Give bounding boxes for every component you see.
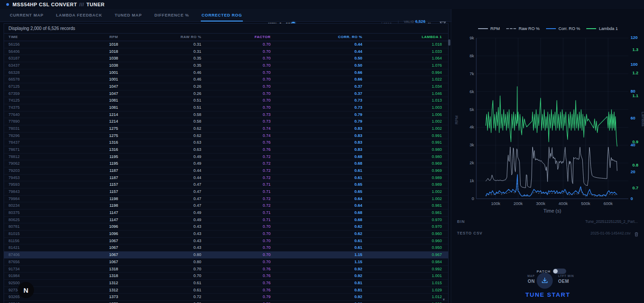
- cell: 0.71: [202, 209, 271, 216]
- table-row[interactable]: 8142110670.430.700.610.950: [4, 244, 448, 252]
- cell: 0.47: [119, 188, 202, 195]
- column-header-corr-ro-[interactable]: CORR. RO %: [271, 34, 363, 41]
- column-header-time[interactable]: TIME: [4, 34, 58, 41]
- cell: 0.71: [202, 217, 271, 223]
- cell: 0.71: [202, 181, 271, 188]
- legend-item-lambda-1[interactable]: Lambda 1: [586, 26, 618, 31]
- table-row[interactable]: 6318710380.350.700.501.064: [4, 55, 448, 62]
- svg-text:0: 0: [472, 196, 474, 201]
- column-header-raw-ro-[interactable]: RAW RO %: [119, 34, 202, 41]
- cell: 1187: [58, 167, 119, 174]
- table-row[interactable]: 8765610670.800.701.150.984: [4, 259, 448, 266]
- cell: 0.74: [202, 125, 271, 132]
- table-row[interactable]: 9326513730.720.790.921.012: [4, 294, 448, 301]
- svg-text:5k: 5k: [470, 107, 474, 112]
- table-row[interactable]: 7412510810.510.700.731.013: [4, 97, 448, 104]
- column-header-factor[interactable]: FACTOR: [202, 34, 271, 41]
- tab-current-map[interactable]: CURRENT MAP: [4, 9, 50, 21]
- cell: 0.43: [119, 223, 202, 230]
- cell: 0.61: [271, 175, 363, 181]
- cell: 0.61: [119, 287, 202, 294]
- table-row[interactable]: 7789012140.580.730.791.002: [4, 118, 448, 125]
- cell: 0.70: [202, 252, 271, 258]
- table-row[interactable]: 7764012140.580.730.791.006: [4, 111, 448, 119]
- svg-text:Time (s): Time (s): [543, 208, 561, 213]
- cell: 0.64: [271, 202, 363, 209]
- table-row[interactable]: 7959311570.470.710.650.989: [4, 181, 448, 188]
- scroll-down-icon[interactable]: ▾: [443, 297, 445, 302]
- table-row[interactable]: 7437510810.510.700.731.003: [4, 104, 448, 111]
- legend-item-rpm[interactable]: RPM: [478, 26, 500, 31]
- table-row[interactable]: 8062511470.490.710.680.970: [4, 217, 448, 224]
- table-row[interactable]: 8037511470.490.710.680.981: [4, 209, 448, 217]
- legend-item-raw-ro-[interactable]: Raw RO %: [506, 26, 540, 31]
- table-row[interactable]: 7945311870.440.720.610.989: [4, 175, 448, 182]
- cell: 0.73: [202, 111, 271, 118]
- tab-corrected-rog[interactable]: CORRECTED ROG: [195, 9, 248, 21]
- table-row[interactable]: 8078110960.430.700.620.970: [4, 223, 448, 230]
- column-header-rpm[interactable]: RPM: [58, 34, 119, 41]
- download-button[interactable]: [537, 273, 553, 289]
- cell: 1.034: [363, 83, 443, 90]
- cell: 0.994: [363, 69, 443, 76]
- table-row[interactable]: 9173413180.700.760.920.992: [4, 266, 448, 273]
- status-dot-icon: [6, 3, 9, 6]
- table-row[interactable]: 9273413120.610.760.811.029: [4, 287, 448, 294]
- table-row[interactable]: 7906211950.490.720.680.969: [4, 160, 448, 167]
- table-row[interactable]: 5640610180.310.700.441.033: [4, 48, 448, 55]
- table-row[interactable]: 7920311870.440.720.610.969: [4, 167, 448, 175]
- cell: 0.92: [271, 273, 363, 279]
- svg-text:0.8: 0.8: [632, 162, 638, 167]
- table-row[interactable]: 6657810010.460.700.661.022: [4, 76, 448, 83]
- n-badge[interactable]: N: [18, 282, 34, 298]
- svg-text:7k: 7k: [470, 71, 474, 76]
- cell: 0.70: [202, 48, 271, 55]
- table-body[interactable]: 5615610180.310.700.441.0185640610180.310…: [4, 41, 448, 303]
- table-row[interactable]: 9250013120.610.760.811.015: [4, 280, 448, 287]
- table-row[interactable]: 7881211950.490.720.680.980: [4, 154, 448, 161]
- cell: 0.44: [271, 41, 363, 48]
- table-row[interactable]: 6735910470.260.700.371.046: [4, 90, 448, 98]
- cell: 0.81: [271, 287, 363, 294]
- cell: 67125: [4, 83, 58, 90]
- cell: 1.001: [363, 273, 443, 279]
- app-title-main: MSS54HP CSL CONVERT: [13, 2, 77, 7]
- table-row[interactable]: 6712510470.260.700.371.034: [4, 83, 448, 90]
- table-row[interactable]: 8115610670.430.700.610.960: [4, 238, 448, 245]
- tune-start-button[interactable]: TUNE START: [452, 291, 644, 298]
- table-row[interactable]: 7998411980.470.720.641.002: [4, 196, 448, 203]
- column-header-lambda-1[interactable]: LAMBDA 1: [363, 34, 443, 41]
- tab-list: CURRENT MAPLAMBDA FEEDBACKTUNED MAPDIFFE…: [4, 9, 248, 21]
- tab-tuned-map[interactable]: TUNED MAP: [108, 9, 148, 21]
- cell: 1096: [58, 230, 119, 237]
- table-row[interactable]: 9198413180.700.760.921.001: [4, 273, 448, 280]
- table-row[interactable]: 6343710380.350.700.501.076: [4, 62, 448, 69]
- table-row[interactable]: 7867113160.630.760.830.980: [4, 146, 448, 154]
- table-row[interactable]: 8740610670.800.701.150.967: [4, 252, 448, 259]
- table-row[interactable]: 5615610180.310.700.441.018: [4, 41, 448, 48]
- trash-icon[interactable]: [634, 230, 639, 239]
- legend-swatch: [478, 28, 488, 29]
- cell: 1187: [58, 175, 119, 181]
- svg-text:60: 60: [631, 115, 636, 120]
- svg-text:100k: 100k: [491, 201, 500, 206]
- table-row[interactable]: 6632810010.460.700.660.994: [4, 69, 448, 77]
- table-row[interactable]: 7843713160.630.760.830.991: [4, 139, 448, 146]
- table-row[interactable]: 8023411980.470.720.640.981: [4, 202, 448, 209]
- table-row[interactable]: 8101510960.430.700.620.960: [4, 230, 448, 238]
- cell: 0.72: [202, 167, 271, 174]
- legend-item-corr-ro-[interactable]: Corr. RO %: [546, 26, 580, 31]
- cell: 0.70: [202, 62, 271, 69]
- svg-text:3k: 3k: [470, 142, 474, 147]
- tab-lambda-feedback[interactable]: LAMBDA FEEDBACK: [50, 9, 108, 21]
- table-row[interactable]: 7984311570.470.710.651.002: [4, 188, 448, 196]
- chart-legend: RPMRaw RO %Corr. RO %Lambda 1: [452, 26, 644, 31]
- table-row[interactable]: 7829612750.620.740.830.991: [4, 132, 448, 140]
- cell: 0.70: [202, 69, 271, 76]
- table-row[interactable]: 7803112750.620.740.831.002: [4, 125, 448, 132]
- cell: 0.46: [119, 69, 202, 76]
- table-row[interactable]: 9354613730.720.790.921.000: [4, 301, 448, 303]
- tab-difference-[interactable]: DIFFERENCE %: [148, 9, 195, 21]
- table-scrollbar-thumb[interactable]: [448, 39, 450, 46]
- patch-toggle[interactable]: [553, 269, 566, 274]
